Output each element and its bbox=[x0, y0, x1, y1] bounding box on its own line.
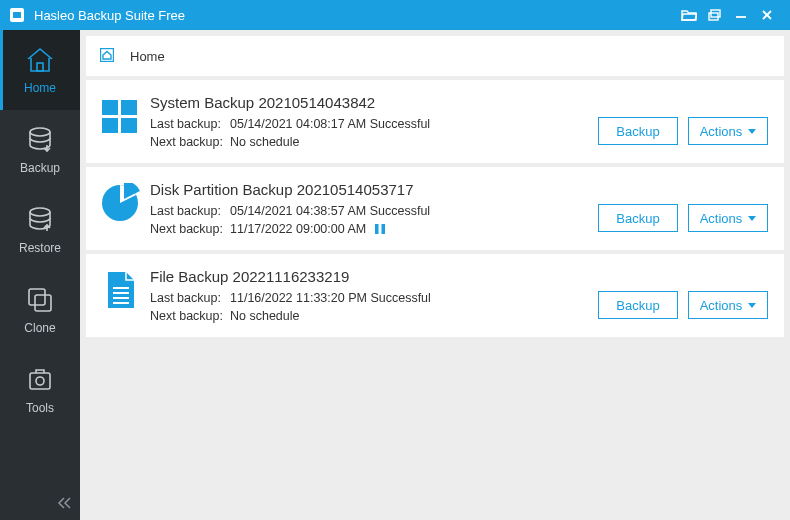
next-backup-label: Next backup: bbox=[150, 222, 230, 236]
next-backup-label: Next backup: bbox=[150, 135, 230, 149]
task-card: Disk Partition Backup 20210514053717Last… bbox=[86, 167, 784, 250]
svg-point-13 bbox=[36, 377, 44, 385]
last-backup-label: Last backup: bbox=[150, 291, 230, 305]
svg-rect-18 bbox=[121, 118, 137, 133]
svg-rect-7 bbox=[37, 63, 43, 71]
last-backup-label: Last backup: bbox=[150, 204, 230, 218]
sidebar-item-label: Tools bbox=[26, 401, 54, 415]
app-icon bbox=[8, 6, 26, 24]
minimize-icon[interactable] bbox=[728, 0, 754, 30]
titlebar: Hasleo Backup Suite Free bbox=[0, 0, 790, 30]
sidebar: Home Backup Restore Clone Tools bbox=[0, 30, 80, 520]
svg-point-9 bbox=[30, 208, 50, 216]
app-title: Hasleo Backup Suite Free bbox=[34, 8, 676, 23]
svg-rect-11 bbox=[35, 295, 51, 311]
backup-button[interactable]: Backup bbox=[598, 204, 678, 232]
task-title: File Backup 20221116233219 bbox=[150, 268, 598, 285]
actions-button[interactable]: Actions bbox=[688, 117, 768, 145]
task-info: File Backup 20221116233219Last backup:11… bbox=[150, 268, 598, 323]
sidebar-item-label: Home bbox=[24, 81, 56, 95]
svg-rect-17 bbox=[102, 118, 118, 133]
task-title: System Backup 20210514043842 bbox=[150, 94, 598, 111]
sidebar-item-home[interactable]: Home bbox=[0, 30, 80, 110]
disk-backup-icon bbox=[100, 183, 140, 223]
task-card: File Backup 20221116233219Last backup:11… bbox=[86, 254, 784, 337]
task-list: System Backup 20210514043842Last backup:… bbox=[86, 80, 784, 514]
chevron-down-icon bbox=[748, 129, 756, 134]
sidebar-item-label: Clone bbox=[24, 321, 55, 335]
svg-rect-12 bbox=[30, 373, 50, 389]
system-backup-icon bbox=[100, 96, 140, 136]
svg-rect-20 bbox=[375, 224, 379, 234]
breadcrumb-label: Home bbox=[130, 49, 165, 64]
open-folder-icon[interactable] bbox=[676, 0, 702, 30]
next-backup-label: Next backup: bbox=[150, 309, 230, 323]
sidebar-item-tools[interactable]: Tools bbox=[0, 350, 80, 430]
svg-rect-1 bbox=[13, 12, 21, 18]
last-backup-label: Last backup: bbox=[150, 117, 230, 131]
task-actions: BackupActions bbox=[598, 117, 768, 145]
file-backup-icon bbox=[100, 270, 140, 310]
home-icon[interactable] bbox=[100, 48, 114, 65]
sidebar-item-label: Restore bbox=[19, 241, 61, 255]
task-actions: BackupActions bbox=[598, 204, 768, 232]
sidebar-item-label: Backup bbox=[20, 161, 60, 175]
collapse-sidebar-icon[interactable] bbox=[56, 496, 72, 514]
last-backup-value: 11/16/2022 11:33:20 PM Successful bbox=[230, 291, 431, 305]
next-backup-value: No schedule bbox=[230, 309, 300, 323]
task-card: System Backup 20210514043842Last backup:… bbox=[86, 80, 784, 163]
svg-rect-10 bbox=[29, 289, 45, 305]
next-backup-value: No schedule bbox=[230, 135, 300, 149]
next-backup-value: 11/17/2022 09:00:00 AM bbox=[230, 222, 366, 236]
svg-point-8 bbox=[30, 128, 50, 136]
svg-rect-16 bbox=[121, 100, 137, 115]
last-backup-value: 05/14/2021 04:38:57 AM Successful bbox=[230, 204, 430, 218]
close-icon[interactable] bbox=[754, 0, 780, 30]
svg-rect-15 bbox=[102, 100, 118, 115]
backup-button[interactable]: Backup bbox=[598, 291, 678, 319]
pause-icon bbox=[374, 223, 386, 235]
task-actions: BackupActions bbox=[598, 291, 768, 319]
task-info: Disk Partition Backup 20210514053717Last… bbox=[150, 181, 598, 236]
task-title: Disk Partition Backup 20210514053717 bbox=[150, 181, 598, 198]
actions-button[interactable]: Actions bbox=[688, 291, 768, 319]
sidebar-item-restore[interactable]: Restore bbox=[0, 190, 80, 270]
svg-rect-21 bbox=[382, 224, 386, 234]
task-info: System Backup 20210514043842Last backup:… bbox=[150, 94, 598, 149]
sidebar-item-clone[interactable]: Clone bbox=[0, 270, 80, 350]
chevron-down-icon bbox=[748, 303, 756, 308]
chevron-down-icon bbox=[748, 216, 756, 221]
restore-window-icon[interactable] bbox=[702, 0, 728, 30]
main-panel: Home System Backup 20210514043842Last ba… bbox=[80, 30, 790, 520]
actions-button[interactable]: Actions bbox=[688, 204, 768, 232]
breadcrumb: Home bbox=[86, 36, 784, 76]
backup-button[interactable]: Backup bbox=[598, 117, 678, 145]
last-backup-value: 05/14/2021 04:08:17 AM Successful bbox=[230, 117, 430, 131]
sidebar-item-backup[interactable]: Backup bbox=[0, 110, 80, 190]
